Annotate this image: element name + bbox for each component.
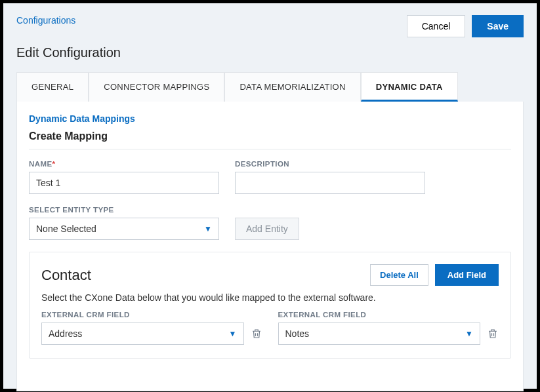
save-button[interactable]: Save bbox=[472, 15, 524, 37]
name-label: NAME* bbox=[29, 160, 219, 168]
form-row-entity: SELECT ENTITY TYPE None Selected ▼ Add E… bbox=[29, 206, 511, 240]
tab-bar: GENERAL CONNECTOR MAPPINGS DATA MEMORIAL… bbox=[3, 72, 537, 102]
entity-type-select[interactable]: None Selected ▼ bbox=[29, 218, 219, 240]
tab-general[interactable]: GENERAL bbox=[16, 72, 89, 102]
cancel-button[interactable]: Cancel bbox=[407, 15, 466, 37]
chevron-down-icon: ▼ bbox=[204, 224, 212, 233]
section-title: Create Mapping bbox=[29, 130, 511, 149]
crm-field-group-2: EXTERNAL CRM FIELD Notes ▼ bbox=[278, 311, 499, 345]
panel-dynamic-data: Dynamic Data Mappings Create Mapping NAM… bbox=[16, 102, 524, 391]
section-breadcrumb-link[interactable]: Dynamic Data Mappings bbox=[29, 113, 511, 124]
page-title: Edit Configuration bbox=[3, 37, 537, 72]
entity-type-label: SELECT ENTITY TYPE bbox=[29, 206, 219, 214]
entity-type-value: None Selected bbox=[36, 224, 96, 234]
crm-field-value-2: Notes bbox=[285, 328, 310, 339]
tab-connector-mappings[interactable]: CONNECTOR MAPPINGS bbox=[89, 72, 224, 102]
chevron-down-icon: ▼ bbox=[465, 329, 473, 338]
card-description: Select the CXone Data below that you wou… bbox=[41, 292, 499, 303]
page-header: Configurations Cancel Save bbox=[3, 3, 537, 37]
form-row-name-desc: NAME* DESCRIPTION bbox=[29, 160, 511, 194]
crm-field-select-1[interactable]: Address ▼ bbox=[41, 323, 244, 345]
field-name: NAME* bbox=[29, 160, 219, 194]
crm-field-value-1: Address bbox=[49, 328, 82, 339]
crm-field-label-1: EXTERNAL CRM FIELD bbox=[41, 311, 262, 319]
crm-field-group-1: EXTERNAL CRM FIELD Address ▼ bbox=[41, 311, 262, 345]
description-label: DESCRIPTION bbox=[235, 160, 425, 168]
trash-icon[interactable] bbox=[251, 327, 262, 340]
tab-data-memorialization[interactable]: DATA MEMORIALIZATION bbox=[224, 72, 360, 102]
chevron-down-icon: ▼ bbox=[229, 329, 237, 338]
description-input[interactable] bbox=[235, 172, 425, 194]
crm-field-row: EXTERNAL CRM FIELD Address ▼ EXTERNAL CR… bbox=[41, 311, 499, 345]
card-header: Contact Delete All Add Field bbox=[41, 264, 499, 286]
add-entity-button[interactable]: Add Entity bbox=[235, 218, 299, 240]
delete-all-button[interactable]: Delete All bbox=[370, 264, 428, 286]
trash-icon[interactable] bbox=[487, 327, 499, 340]
required-asterisk: * bbox=[52, 160, 55, 168]
card-actions: Delete All Add Field bbox=[370, 264, 499, 286]
tab-dynamic-data[interactable]: DYNAMIC DATA bbox=[361, 72, 458, 102]
header-actions: Cancel Save bbox=[407, 15, 524, 37]
entity-card-contact: Contact Delete All Add Field Select the … bbox=[29, 252, 511, 359]
field-description: DESCRIPTION bbox=[235, 160, 425, 194]
name-input[interactable] bbox=[29, 172, 219, 194]
breadcrumb[interactable]: Configurations bbox=[16, 15, 75, 26]
crm-field-label-2: EXTERNAL CRM FIELD bbox=[278, 311, 499, 319]
crm-field-select-2[interactable]: Notes ▼ bbox=[278, 323, 481, 345]
card-title: Contact bbox=[41, 267, 91, 284]
app-window: Configurations Cancel Save Edit Configur… bbox=[3, 3, 537, 389]
add-field-button[interactable]: Add Field bbox=[435, 264, 499, 286]
field-entity-type: SELECT ENTITY TYPE None Selected ▼ bbox=[29, 206, 219, 240]
